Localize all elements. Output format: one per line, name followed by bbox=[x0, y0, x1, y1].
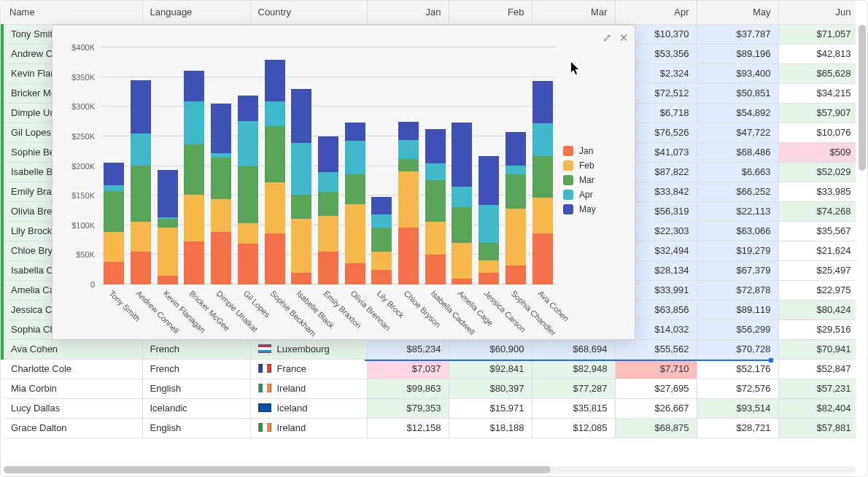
chart-bar[interactable] bbox=[291, 89, 311, 284]
cell-jan[interactable]: $7,037 bbox=[367, 359, 449, 379]
cell-may[interactable]: $28,721 bbox=[697, 418, 778, 438]
chart-bar[interactable] bbox=[104, 163, 124, 284]
cell-may[interactable]: $22,113 bbox=[697, 201, 778, 221]
legend-item[interactable]: Feb bbox=[563, 160, 621, 171]
cell-may[interactable]: $72,576 bbox=[697, 379, 778, 398]
chart-bar[interactable] bbox=[398, 122, 419, 284]
cell-may[interactable]: $50,851 bbox=[697, 83, 778, 103]
chart-bar[interactable] bbox=[265, 60, 285, 284]
legend-item[interactable]: Apr bbox=[563, 190, 621, 200]
legend-item[interactable]: May bbox=[563, 204, 621, 214]
table-row[interactable]: Grace DaltonEnglishIreland$12,158$18,188… bbox=[2, 418, 856, 438]
cell-jun[interactable]: $57,881 bbox=[778, 418, 856, 438]
cell-jun[interactable]: $22,975 bbox=[778, 280, 856, 300]
cell-jun[interactable]: $29,516 bbox=[778, 319, 856, 339]
cell-name[interactable]: Mia Corbin bbox=[2, 379, 142, 398]
cell-jan[interactable]: $12,158 bbox=[367, 418, 449, 438]
cell-language[interactable]: English bbox=[142, 379, 250, 398]
col-jun[interactable]: Jun bbox=[778, 1, 856, 24]
cell-may[interactable]: $56,299 bbox=[697, 319, 778, 339]
cell-jun[interactable]: $65,628 bbox=[778, 63, 856, 83]
cell-jan[interactable]: $99,863 bbox=[367, 379, 449, 398]
table-row[interactable]: Ava CohenFrenchLuxembourg$85,234$60,900$… bbox=[2, 339, 856, 359]
cell-jun[interactable]: $509 bbox=[778, 142, 856, 162]
table-row[interactable]: Lucy DallasIcelandicIceland$79,353$15,97… bbox=[2, 398, 856, 418]
cell-may[interactable]: $70,728 bbox=[697, 339, 778, 359]
cell-jan[interactable]: $79,353 bbox=[367, 398, 449, 418]
col-mar[interactable]: Mar bbox=[532, 1, 615, 24]
cell-jun[interactable]: $21,624 bbox=[778, 241, 856, 260]
table-row[interactable]: Charlotte ColeFrenchFrance$7,037$92,841$… bbox=[2, 359, 856, 379]
cell-name[interactable]: Ava Cohen bbox=[2, 339, 142, 359]
cell-jun[interactable]: $70,941 bbox=[778, 339, 856, 359]
cell-apr[interactable]: $7,710 bbox=[615, 359, 697, 379]
cell-country[interactable]: France bbox=[250, 359, 367, 379]
col-jan[interactable]: Jan bbox=[367, 1, 449, 24]
chart-bar[interactable] bbox=[452, 123, 472, 284]
col-language[interactable]: Language bbox=[142, 1, 250, 24]
cell-jun[interactable]: $52,847 bbox=[778, 359, 856, 379]
cell-may[interactable]: $67,379 bbox=[697, 260, 778, 280]
cell-jun[interactable]: $25,497 bbox=[778, 260, 856, 280]
cell-name[interactable]: Lucy Dallas bbox=[2, 398, 142, 418]
table-row[interactable]: Mia CorbinEnglishIreland$99,863$80,397$7… bbox=[2, 379, 856, 398]
cell-jun[interactable]: $80,424 bbox=[778, 300, 856, 319]
cell-jun[interactable]: $52,029 bbox=[778, 162, 856, 182]
legend-item[interactable]: Mar bbox=[563, 175, 621, 185]
cell-apr[interactable]: $68,875 bbox=[615, 418, 697, 438]
cell-name[interactable]: Charlotte Cole bbox=[2, 359, 142, 379]
cell-may[interactable]: $37,787 bbox=[697, 24, 778, 44]
cell-feb[interactable]: $18,188 bbox=[449, 418, 532, 438]
cell-jun[interactable]: $82,404 bbox=[778, 398, 856, 418]
vertical-scrollbar[interactable] bbox=[859, 25, 866, 171]
chart-bar[interactable] bbox=[184, 71, 204, 284]
cell-may[interactable]: $66,252 bbox=[697, 182, 778, 201]
chart-bar[interactable] bbox=[131, 80, 151, 284]
cell-mar[interactable]: $68,694 bbox=[532, 339, 615, 359]
cell-country[interactable]: Ireland bbox=[250, 379, 367, 398]
cell-may[interactable]: $68,486 bbox=[697, 142, 778, 162]
cell-mar[interactable]: $77,287 bbox=[532, 379, 615, 398]
chart-bar[interactable] bbox=[158, 170, 178, 284]
cell-may[interactable]: $89,196 bbox=[697, 44, 778, 63]
cell-language[interactable]: French bbox=[142, 359, 250, 379]
cell-feb[interactable]: $80,397 bbox=[449, 379, 532, 398]
horizontal-scrollbar-thumb[interactable] bbox=[4, 466, 551, 473]
cell-country[interactable]: Ireland bbox=[250, 418, 367, 438]
chart-bar[interactable] bbox=[238, 96, 258, 284]
chart-bar[interactable] bbox=[478, 156, 499, 284]
cell-may[interactable]: $47,722 bbox=[697, 123, 778, 142]
cell-may[interactable]: $6,663 bbox=[697, 162, 778, 182]
cell-language[interactable]: French bbox=[142, 339, 250, 359]
cell-may[interactable]: $93,514 bbox=[697, 398, 778, 418]
cell-jun[interactable]: $33,985 bbox=[778, 182, 856, 201]
cell-name[interactable]: Grace Dalton bbox=[2, 418, 142, 438]
cell-language[interactable]: English bbox=[142, 418, 250, 438]
cell-apr[interactable]: $27,695 bbox=[615, 379, 697, 398]
col-feb[interactable]: Feb bbox=[449, 1, 532, 24]
cell-jun[interactable]: $57,907 bbox=[778, 103, 856, 123]
col-country[interactable]: Country bbox=[250, 1, 367, 24]
chart-bar[interactable] bbox=[318, 136, 338, 284]
cell-jun[interactable]: $35,567 bbox=[778, 221, 856, 241]
cell-may[interactable]: $93,400 bbox=[697, 63, 778, 83]
chart-bar[interactable] bbox=[532, 81, 553, 284]
cell-feb[interactable]: $92,841 bbox=[449, 359, 532, 379]
cell-may[interactable]: $72,878 bbox=[697, 280, 778, 300]
cell-country[interactable]: Luxembourg bbox=[250, 339, 367, 359]
cell-may[interactable]: $63,066 bbox=[697, 221, 778, 241]
cell-jun[interactable]: $42,813 bbox=[778, 44, 856, 63]
chart-bar[interactable] bbox=[505, 132, 526, 284]
cell-feb[interactable]: $60,900 bbox=[449, 339, 532, 359]
col-name[interactable]: Name bbox=[2, 1, 142, 24]
cell-may[interactable]: $19,279 bbox=[697, 241, 778, 260]
cell-mar[interactable]: $82,948 bbox=[532, 359, 615, 379]
maximize-icon[interactable]: ⤢ bbox=[602, 31, 612, 44]
legend-item[interactable]: Jan bbox=[563, 146, 621, 156]
cell-jun[interactable]: $34,215 bbox=[778, 83, 856, 103]
cell-mar[interactable]: $12,085 bbox=[532, 418, 615, 438]
cell-feb[interactable]: $15,971 bbox=[449, 398, 532, 418]
cell-may[interactable]: $54,892 bbox=[697, 103, 778, 123]
chart-bar[interactable] bbox=[211, 104, 231, 284]
cell-language[interactable]: Icelandic bbox=[142, 398, 250, 418]
